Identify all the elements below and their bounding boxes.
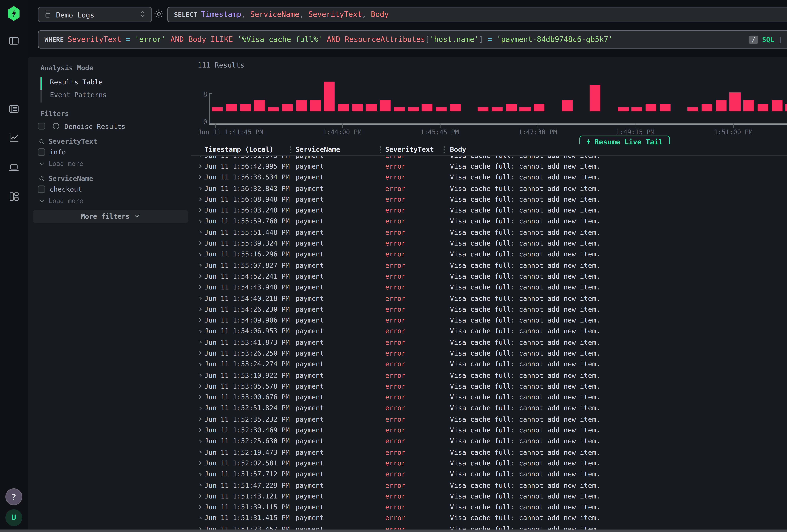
chevron-right-icon[interactable] [197,187,201,190]
histogram-bar-slot[interactable] [225,81,238,111]
histogram-bar-slot[interactable] [294,81,309,111]
histogram-bar-slot[interactable] [686,81,700,111]
expand-row-cell[interactable] [194,418,204,421]
column-resize-handle[interactable] [290,146,292,153]
histogram-bar[interactable] [534,104,545,111]
histogram-bar-slot[interactable] [658,81,672,111]
chevron-right-icon[interactable] [197,198,201,201]
chevron-right-icon[interactable] [197,209,201,212]
histogram-bar-slot[interactable] [644,81,658,111]
table-row[interactable]: Jun 11 1:56:03.248 PMpaymenterrorVisa ca… [191,205,787,216]
mode-results-table[interactable]: Results Table [50,78,103,86]
table-row[interactable]: Jun 11 1:53:00.676 PMpaymenterrorVisa ca… [191,391,787,403]
chevron-right-icon[interactable] [197,516,201,519]
histogram-bar[interactable] [478,107,489,111]
chevron-right-icon[interactable] [197,440,201,443]
expand-row-cell[interactable] [194,231,204,234]
table-row[interactable]: Jun 11 1:53:10.922 PMpaymenterrorVisa ca… [191,369,787,381]
histogram-bar[interactable] [394,107,405,111]
table-row[interactable]: Jun 11 1:55:39.324 PMpaymenterrorVisa ca… [191,238,787,249]
histogram-bar-slot[interactable] [546,81,560,111]
chevron-right-icon[interactable] [197,374,201,377]
histogram-bar[interactable] [282,104,293,111]
histogram-bar[interactable] [366,104,377,111]
expand-row-cell[interactable] [194,264,204,267]
histogram-bar[interactable] [352,104,363,111]
chevron-right-icon[interactable] [197,472,201,475]
histogram-bar-slot[interactable] [238,81,253,111]
histogram-bar[interactable] [268,107,279,111]
histogram-bar-slot[interactable] [616,81,630,111]
info-checkbox[interactable] [38,149,45,156]
histogram-bar[interactable] [729,92,740,111]
table-row[interactable]: Jun 11 1:51:43.121 PMpaymenterrorVisa ca… [191,491,787,502]
expand-row-cell[interactable] [194,209,204,212]
histogram-bar[interactable] [492,107,503,111]
dashboards-icon[interactable] [8,191,20,203]
histogram-bar-slot[interactable] [518,81,532,111]
expand-row-cell[interactable] [194,462,204,465]
histogram-bar-slot[interactable] [602,81,616,111]
table-row[interactable]: Jun 11 1:56:38.534 PMpaymenterrorVisa ca… [191,172,787,183]
histogram-bar[interactable] [716,100,726,111]
chevron-right-icon[interactable] [197,396,201,399]
histogram-bar-slot[interactable] [574,81,588,111]
histogram-bar[interactable] [687,107,698,111]
chevron-right-icon[interactable] [197,450,201,453]
mode-event-patterns[interactable]: Event Patterns [50,91,107,99]
expand-row-cell[interactable] [194,198,204,201]
expand-row-cell[interactable] [194,363,204,366]
histogram-bar[interactable] [324,81,335,111]
table-row[interactable]: Jun 11 1:52:51.824 PMpaymenterrorVisa ca… [191,403,787,413]
histogram-bar[interactable] [561,100,572,111]
chevron-right-icon[interactable] [197,220,201,223]
chevron-right-icon[interactable] [197,241,201,244]
histogram-bar[interactable] [226,104,237,111]
chevron-right-icon[interactable] [197,418,201,421]
lang-toggle-lucene[interactable]: Lucene [787,36,787,43]
table-row[interactable]: Jun 11 1:54:09.906 PMpaymenterrorVisa ca… [191,315,787,326]
table-row[interactable]: Jun 11 1:53:05.578 PMpaymenterrorVisa ca… [191,381,787,391]
chevron-right-icon[interactable] [197,176,201,179]
histogram-bar[interactable] [632,107,642,111]
histogram-bar-slot[interactable] [309,81,322,111]
chevron-right-icon[interactable] [197,286,201,289]
chevron-right-icon[interactable] [197,407,201,409]
histogram-bar[interactable] [618,107,629,111]
histogram-bar-slot[interactable] [434,81,448,111]
histogram-bar[interactable] [240,104,251,111]
histogram-bar-slot[interactable] [253,81,267,111]
table-row[interactable]: Jun 11 1:54:06.953 PMpaymenterrorVisa ca… [191,326,787,337]
histogram-bar[interactable] [744,100,754,111]
load-more-severitytext[interactable]: Load more [38,160,83,167]
avatar[interactable]: U [5,509,22,526]
table-row[interactable]: Jun 11 1:52:25.630 PMpaymenterrorVisa ca… [191,435,787,447]
table-row[interactable]: Jun 11 1:53:26.250 PMpaymenterrorVisa ca… [191,348,787,359]
chevron-right-icon[interactable] [197,264,201,267]
histogram-bar[interactable] [296,100,307,111]
expand-row-cell[interactable] [194,307,204,311]
column-resize-handle[interactable] [380,146,381,153]
expand-row-cell[interactable] [194,472,204,475]
column-resize-handle[interactable] [444,146,445,153]
help-button[interactable]: ? [5,488,22,505]
app-logo[interactable] [8,6,20,21]
histogram-bar-slot[interactable] [462,81,476,111]
expand-row-cell[interactable] [194,176,204,179]
histogram-bar-slot[interactable] [728,81,742,111]
histogram-bar-slot[interactable] [742,81,756,111]
table-row[interactable]: Jun 11 1:55:59.760 PMpaymenterrorVisa ca… [191,216,787,227]
histogram-bar[interactable] [380,100,391,111]
chevron-right-icon[interactable] [197,484,201,487]
denoise-results-row[interactable]: Denoise Results [38,122,125,130]
expand-row-cell[interactable] [194,484,204,487]
histogram-bar-slot[interactable] [560,81,574,111]
table-row[interactable]: Jun 11 1:56:42.995 PMpaymenterrorVisa ca… [191,161,787,172]
expand-row-cell[interactable] [194,494,204,497]
histogram-bar[interactable] [212,107,223,111]
chevron-right-icon[interactable] [197,506,201,509]
table-row[interactable]: Jun 11 1:52:19.473 PMpaymenterrorVisa ca… [191,447,787,457]
histogram-bar[interactable] [338,104,349,111]
table-row[interactable]: Jun 11 1:56:32.843 PMpaymenterrorVisa ca… [191,183,787,194]
expand-row-cell[interactable] [194,429,204,431]
